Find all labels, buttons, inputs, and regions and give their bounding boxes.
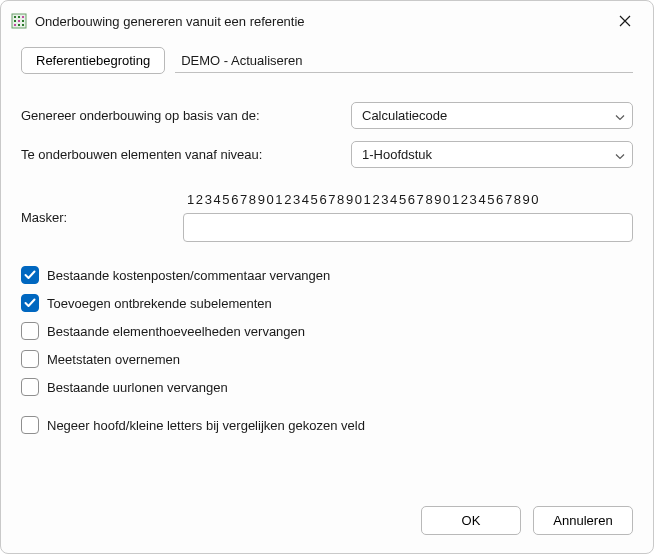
close-icon <box>619 15 631 27</box>
svg-rect-9 <box>22 24 24 26</box>
reference-budget-value: DEMO - Actualiseren <box>175 48 633 73</box>
dialog-footer: OK Annuleren <box>1 489 653 553</box>
mask-label: Masker: <box>21 210 183 225</box>
niveau-label: Te onderbouwen elementen vanaf niveau: <box>21 147 351 162</box>
checkbox-box <box>21 416 39 434</box>
checkbox-box <box>21 378 39 396</box>
checkbox-label: Bestaande uurlonen vervangen <box>47 380 228 395</box>
checkbox-label: Negeer hoofd/kleine letters bij vergelij… <box>47 418 365 433</box>
niveau-select[interactable]: 1-Hoofdstuk <box>351 141 633 168</box>
basis-label: Genereer onderbouwing op basis van de: <box>21 108 351 123</box>
mask-row: Masker: 12345678901234567890123456789012… <box>21 192 633 242</box>
checkbox-option[interactable]: Negeer hoofd/kleine letters bij vergelij… <box>21 416 633 434</box>
checkbox-option[interactable]: Bestaande uurlonen vervangen <box>21 378 633 396</box>
titlebar: Onderbouwing genereren vanuit een refere… <box>1 1 653 41</box>
dialog-window: Onderbouwing genereren vanuit een refere… <box>0 0 654 554</box>
svg-rect-1 <box>14 16 16 18</box>
checkbox-box <box>21 322 39 340</box>
basis-select[interactable]: Calculatiecode <box>351 102 633 129</box>
checkbox-label: Bestaande kostenposten/commentaar vervan… <box>47 268 330 283</box>
svg-rect-5 <box>18 20 20 22</box>
basis-select-value: Calculatiecode <box>351 102 633 129</box>
window-title: Onderbouwing genereren vanuit een refere… <box>35 14 609 29</box>
mask-ruler: 1234567890123456789012345678901234567890 <box>183 192 633 207</box>
check-icon <box>24 298 36 308</box>
svg-rect-8 <box>18 24 20 26</box>
svg-rect-3 <box>22 16 24 18</box>
checkbox-label: Meetstaten overnemen <box>47 352 180 367</box>
cancel-button[interactable]: Annuleren <box>533 506 633 535</box>
ok-button[interactable]: OK <box>421 506 521 535</box>
close-button[interactable] <box>609 5 641 37</box>
check-icon <box>24 270 36 280</box>
reference-budget-button[interactable]: Referentiebegroting <box>21 47 165 74</box>
svg-rect-4 <box>14 20 16 22</box>
dialog-content: Referentiebegroting DEMO - Actualiseren … <box>1 41 653 489</box>
niveau-row: Te onderbouwen elementen vanaf niveau: 1… <box>21 141 633 168</box>
reference-row: Referentiebegroting DEMO - Actualiseren <box>21 47 633 74</box>
checkbox-option[interactable]: Bestaande kostenposten/commentaar vervan… <box>21 266 633 284</box>
svg-rect-6 <box>22 20 24 22</box>
niveau-select-value: 1-Hoofdstuk <box>351 141 633 168</box>
mask-right: 1234567890123456789012345678901234567890 <box>183 192 633 242</box>
checkbox-box <box>21 350 39 368</box>
mask-input[interactable] <box>183 213 633 242</box>
checkbox-label: Toevoegen ontbrekende subelementen <box>47 296 272 311</box>
checkbox-list: Bestaande kostenposten/commentaar vervan… <box>21 266 633 434</box>
app-icon <box>11 13 27 29</box>
basis-row: Genereer onderbouwing op basis van de: C… <box>21 102 633 129</box>
svg-rect-2 <box>18 16 20 18</box>
checkbox-option[interactable]: Bestaande elementhoeveelheden vervangen <box>21 322 633 340</box>
checkbox-option[interactable]: Toevoegen ontbrekende subelementen <box>21 294 633 312</box>
checkbox-option[interactable]: Meetstaten overnemen <box>21 350 633 368</box>
svg-rect-7 <box>14 24 16 26</box>
checkbox-box <box>21 294 39 312</box>
checkbox-label: Bestaande elementhoeveelheden vervangen <box>47 324 305 339</box>
checkbox-box <box>21 266 39 284</box>
